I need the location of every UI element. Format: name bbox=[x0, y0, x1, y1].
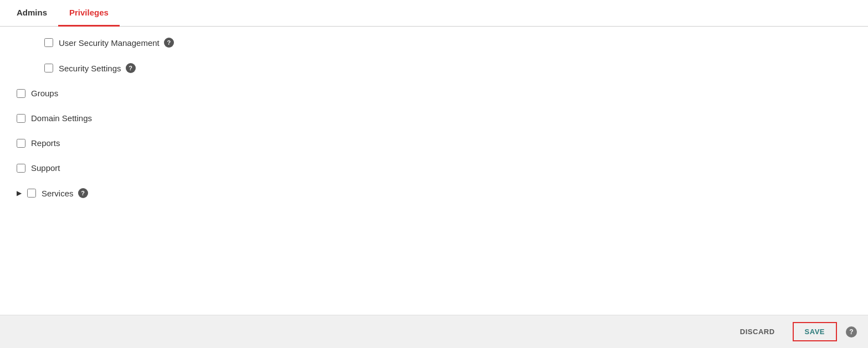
privilege-row-services: ▶ Services ? bbox=[17, 188, 851, 198]
tab-admins[interactable]: Admins bbox=[6, 0, 58, 27]
privilege-row-security-settings: Security Settings ? bbox=[44, 63, 851, 73]
discard-button[interactable]: DISCARD bbox=[731, 323, 784, 340]
footer-help-icon[interactable]: ? bbox=[846, 326, 857, 337]
help-icon-services[interactable]: ? bbox=[78, 188, 88, 198]
checkbox-security-settings[interactable] bbox=[44, 64, 53, 72]
privilege-row-reports: Reports bbox=[17, 138, 851, 148]
label-user-security-management: User Security Management bbox=[59, 38, 160, 48]
label-groups: Groups bbox=[31, 89, 58, 98]
label-security-settings: Security Settings bbox=[59, 64, 121, 73]
label-support: Support bbox=[31, 163, 60, 173]
privilege-row-domain-settings: Domain Settings bbox=[17, 113, 851, 123]
tabs-bar: Admins Privileges bbox=[0, 0, 868, 27]
help-icon-user-security-management[interactable]: ? bbox=[164, 38, 174, 48]
save-button[interactable]: SAVE bbox=[793, 322, 837, 341]
checkbox-user-security-management[interactable] bbox=[44, 38, 53, 47]
checkbox-support[interactable] bbox=[17, 164, 25, 173]
label-services: Services bbox=[42, 189, 74, 198]
content-area: User Security Management ? Security Sett… bbox=[0, 27, 868, 315]
privilege-row-user-security-management: User Security Management ? bbox=[44, 38, 851, 48]
checkbox-groups[interactable] bbox=[17, 89, 25, 98]
label-reports: Reports bbox=[31, 138, 60, 148]
footer: DISCARD SAVE ? bbox=[0, 315, 868, 348]
privilege-row-groups: Groups bbox=[17, 89, 851, 98]
tab-privileges[interactable]: Privileges bbox=[58, 0, 120, 27]
label-domain-settings: Domain Settings bbox=[31, 113, 92, 123]
checkbox-services[interactable] bbox=[27, 189, 36, 198]
checkbox-domain-settings[interactable] bbox=[17, 114, 25, 123]
checkbox-reports[interactable] bbox=[17, 139, 25, 148]
help-icon-security-settings[interactable]: ? bbox=[126, 63, 136, 73]
privilege-row-support: Support bbox=[17, 163, 851, 173]
expand-arrow-services[interactable]: ▶ bbox=[17, 189, 22, 197]
